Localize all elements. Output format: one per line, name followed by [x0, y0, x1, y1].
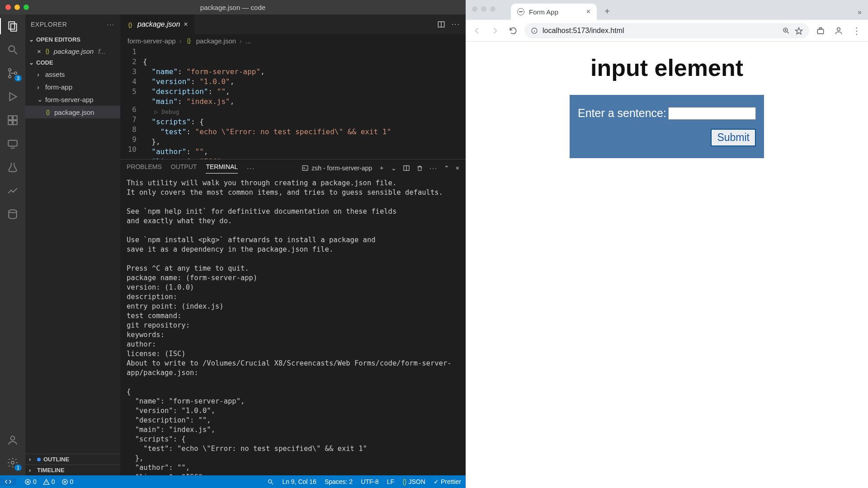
zoom-window-icon[interactable] — [490, 6, 495, 12]
maximize-panel-icon[interactable]: ⌃ — [444, 164, 449, 172]
explorer-activity-icon[interactable] — [6, 20, 19, 33]
panel-tab-terminal[interactable]: TERMINAL — [206, 163, 238, 174]
run-debug-activity-icon[interactable] — [6, 90, 19, 103]
outline-section[interactable]: › OUTLINE — [25, 454, 120, 465]
workspace-section[interactable]: ⌄ CODE — [25, 57, 120, 68]
settings-activity-icon[interactable]: 1 — [6, 456, 19, 469]
timeline-label: TIMELINE — [37, 467, 65, 474]
extensions-icon[interactable] — [814, 24, 827, 38]
new-terminal-icon[interactable]: ＋ — [378, 164, 385, 172]
folder-form-app[interactable]: › form-app — [25, 80, 120, 93]
sentence-input[interactable] — [668, 107, 756, 120]
errors-indicator[interactable]: 0 — [24, 478, 37, 485]
terminal-shell-icon[interactable]: zsh - form-server-app — [302, 164, 372, 172]
remote-activity-icon[interactable] — [6, 137, 19, 150]
reload-button[interactable] — [506, 24, 520, 38]
outline-label: OUTLINE — [43, 456, 69, 463]
line-number-gutter: 1 2 3 4 5 6 7 8 9 10 — [120, 47, 143, 159]
new-tab-button[interactable]: + — [600, 5, 614, 18]
status-encoding[interactable]: UTF-8 — [361, 478, 379, 485]
chrome-expand-icon[interactable]: » — [858, 8, 862, 16]
json-file-icon: {} — [44, 47, 51, 55]
status-prettier[interactable]: ✓ Prettier — [434, 478, 461, 485]
bookmark-star-icon[interactable] — [795, 27, 803, 35]
file-package-json[interactable]: {} package.json — [25, 106, 120, 118]
chevron-right-icon: › — [29, 467, 34, 474]
tab-title: package.json — [137, 20, 180, 28]
ports-indicator[interactable]: 0 — [61, 478, 74, 485]
close-tab-icon[interactable]: × — [586, 8, 590, 16]
zoom-indicator-icon[interactable] — [782, 27, 790, 35]
form-row: Enter a sentence: — [578, 107, 756, 120]
breadcrumb-tail[interactable]: ... — [245, 37, 251, 45]
panel-tab-output[interactable]: OUTPUT — [171, 163, 197, 173]
window-traffic-lights[interactable] — [472, 6, 495, 12]
kill-terminal-icon[interactable] — [416, 165, 423, 172]
close-panel-icon[interactable]: × — [456, 164, 459, 172]
chevron-down-icon: ⌄ — [29, 59, 34, 66]
back-button[interactable] — [470, 24, 484, 38]
split-terminal-icon[interactable] — [403, 164, 410, 172]
forward-button[interactable] — [488, 24, 502, 38]
chrome-menu-icon[interactable]: ⋮ — [850, 24, 863, 38]
extensions-activity-icon[interactable] — [6, 114, 19, 127]
warnings-indicator[interactable]: 0 — [43, 478, 55, 485]
testing-activity-icon[interactable] — [6, 161, 19, 174]
open-editor-item[interactable]: × {} package.json f... — [25, 45, 120, 57]
close-window-icon[interactable] — [472, 6, 477, 12]
browser-tab[interactable]: Form App × — [511, 4, 597, 20]
open-editors-section[interactable]: ⌄ OPEN EDITORS — [25, 34, 120, 45]
close-tab-icon[interactable]: × — [184, 20, 188, 28]
source-control-activity-icon[interactable]: 3 — [6, 67, 19, 80]
bottom-panel: PROBLEMS OUTPUT TERMINAL ··· zsh - form-… — [120, 159, 466, 475]
svg-point-26 — [64, 481, 66, 483]
chevron-right-icon: › — [37, 83, 42, 91]
more-icon[interactable]: ··· — [107, 21, 115, 28]
account-activity-icon[interactable] — [6, 434, 19, 446]
site-info-icon[interactable] — [531, 27, 538, 34]
status-search-icon[interactable] — [267, 479, 274, 485]
status-indentation[interactable]: Spaces: 2 — [325, 478, 353, 485]
db-activity-icon[interactable] — [6, 208, 19, 221]
status-language[interactable]: {}JSON — [402, 478, 425, 485]
close-icon[interactable]: × — [37, 47, 41, 55]
search-activity-icon[interactable] — [6, 43, 19, 56]
open-editors-label: OPEN EDITORS — [36, 36, 80, 43]
folder-form-server-app[interactable]: ⌄ form-server-app — [25, 93, 120, 106]
explorer-title: EXPLORER — [31, 21, 67, 28]
graph-activity-icon[interactable] — [6, 184, 19, 197]
more-icon[interactable]: ··· — [452, 20, 460, 28]
breadcrumb[interactable]: form-server-app › {} package.json › ... — [120, 34, 466, 47]
svg-line-29 — [272, 483, 274, 484]
editor-tab-package-json[interactable]: {} package.json × — [120, 14, 195, 34]
svg-line-3 — [14, 51, 17, 54]
address-bar[interactable]: localhost:5173/index.html — [524, 23, 809, 38]
profile-icon[interactable] — [832, 24, 845, 38]
code-editor[interactable]: 1 2 3 4 5 6 7 8 9 10 { "name": "form-ser… — [120, 47, 466, 159]
submit-button[interactable]: Submit — [711, 129, 756, 146]
breadcrumb-file[interactable]: package.json — [196, 37, 236, 45]
explorer-header: EXPLORER ··· — [25, 14, 120, 34]
minimize-window-icon[interactable] — [481, 6, 486, 12]
code-text[interactable]: { "name": "form-server-app", "version": … — [143, 47, 466, 159]
more-icon[interactable]: ··· — [247, 164, 255, 172]
svg-point-28 — [269, 479, 272, 483]
svg-rect-38 — [817, 29, 823, 33]
panel-tab-bar: PROBLEMS OUTPUT TERMINAL ··· zsh - form-… — [120, 160, 466, 177]
status-eol[interactable]: LF — [387, 478, 394, 485]
terminal[interactable]: This utility will walk you through creat… — [120, 177, 466, 475]
chevron-right-icon: › — [179, 37, 182, 45]
status-cursor-position[interactable]: Ln 9, Col 16 — [282, 478, 316, 485]
split-editor-icon[interactable] — [437, 20, 445, 28]
more-icon[interactable]: ··· — [429, 164, 438, 172]
remote-indicator[interactable] — [0, 478, 16, 485]
browser-tab-title: Form App — [529, 8, 558, 16]
timeline-section[interactable]: › TIMELINE — [25, 465, 120, 475]
breadcrumb-folder[interactable]: form-server-app — [127, 37, 176, 45]
status-bar: 0 0 0 Ln 9, Col 16 Spaces: 2 UTF-8 LF {}… — [0, 475, 466, 488]
panel-tab-problems[interactable]: PROBLEMS — [127, 163, 162, 173]
svg-rect-10 — [8, 121, 12, 125]
editor-area: {} package.json × ··· form-server-app › … — [120, 14, 466, 475]
terminal-dropdown-icon[interactable]: ⌄ — [391, 164, 396, 172]
folder-assets[interactable]: › assets — [25, 68, 120, 80]
